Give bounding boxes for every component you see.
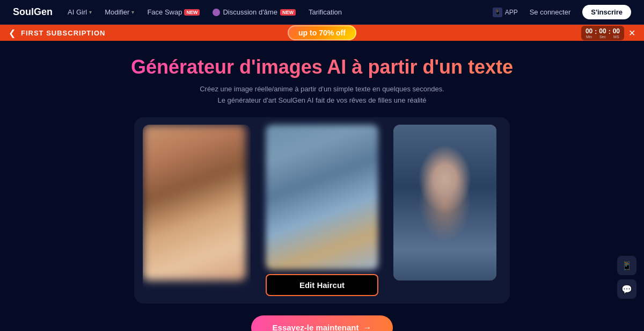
arrow-icon: →: [363, 323, 371, 331]
promo-center: up to 70% off: [288, 28, 356, 38]
nav-link-soul-talk[interactable]: Discussion d'âme NEW: [213, 8, 295, 16]
nav-right: 📱 APP Se connecter S'inscrire: [493, 5, 631, 19]
promo-discount-badge: up to 70% off: [288, 25, 356, 40]
new-badge-2: NEW: [280, 9, 296, 16]
promo-banner: ❮ FIRST SUBSCRIPTION up to 70% off 00 Mi…: [0, 25, 644, 41]
login-button[interactable]: Se connecter: [524, 5, 576, 19]
blurred-image-center: [266, 125, 378, 270]
countdown-minutes: 00 Sec: [599, 27, 606, 39]
hero-title: Générateur d'images AI à partir d'un tex…: [131, 56, 513, 78]
nav-link-ai-girl[interactable]: AI Girl ▾: [68, 8, 92, 16]
app-button[interactable]: 📱 APP: [493, 8, 518, 17]
chevron-down-icon: ▾: [89, 9, 92, 15]
soul-icon: [213, 9, 220, 16]
promo-left-arrow[interactable]: ❮: [9, 28, 16, 38]
nav-link-pricing[interactable]: Tarification: [309, 8, 342, 16]
signup-button[interactable]: S'inscrire: [582, 5, 631, 19]
hero-subtitle-line1: Créez une image réelle/anime à partir d'…: [200, 84, 444, 95]
nav-links: AI Girl ▾ Modifier ▾ Face Swap NEW Discu…: [68, 8, 342, 16]
nav-link-modifier[interactable]: Modifier ▾: [105, 8, 134, 16]
hero-subtitle-line2: Le générateur d'art SoulGen AI fait de v…: [200, 95, 444, 106]
promo-left: ❮ FIRST SUBSCRIPTION: [9, 28, 105, 38]
nav-left: SoulGen AI Girl ▾ Modifier ▾ Face Swap N…: [13, 6, 342, 18]
app-icon: 📱: [493, 8, 502, 17]
edit-haircut-button[interactable]: Edit Haircut: [266, 274, 378, 296]
blurred-image-left: [143, 125, 246, 280]
chat-icon: 💬: [621, 284, 632, 294]
image-card-center: Edit Haircut: [257, 125, 387, 296]
try-now-button[interactable]: Essayez-le maintenant →: [251, 315, 393, 331]
countdown-timer: 00 Min : 00 Sec : 00 MS: [581, 26, 624, 40]
face-overlay: [393, 125, 496, 280]
mobile-icon: 📱: [621, 261, 632, 271]
image-card-left: [143, 125, 251, 296]
chat-side-button[interactable]: 💬: [617, 279, 636, 299]
close-icon[interactable]: ✕: [628, 28, 635, 38]
side-buttons: 📱 💬: [617, 256, 636, 299]
clear-image-right: [393, 125, 496, 280]
navbar: SoulGen AI Girl ▾ Modifier ▾ Face Swap N…: [0, 0, 644, 25]
nav-link-face-swap[interactable]: Face Swap NEW: [147, 8, 200, 16]
chevron-down-icon: ▾: [131, 9, 134, 15]
image-card-right: [393, 125, 501, 296]
logo[interactable]: SoulGen: [13, 6, 53, 18]
countdown-colon-1: :: [595, 28, 597, 38]
hero-subtitle: Créez une image réelle/anime à partir d'…: [200, 84, 444, 106]
countdown-hours: 00 Min: [586, 27, 592, 39]
app-side-button[interactable]: 📱: [617, 256, 636, 275]
promo-right: 00 Min : 00 Sec : 00 MS ✕: [581, 26, 635, 40]
demo-card: Edit Haircut: [134, 117, 510, 304]
countdown-seconds: 00 MS: [613, 27, 620, 39]
main-content: Générateur d'images AI à partir d'un tex…: [0, 41, 644, 331]
new-badge: NEW: [184, 9, 200, 16]
countdown-colon-2: :: [609, 28, 611, 38]
try-btn-container: Essayez-le maintenant →: [251, 315, 393, 331]
promo-subscription-text: FIRST SUBSCRIPTION: [21, 29, 105, 37]
